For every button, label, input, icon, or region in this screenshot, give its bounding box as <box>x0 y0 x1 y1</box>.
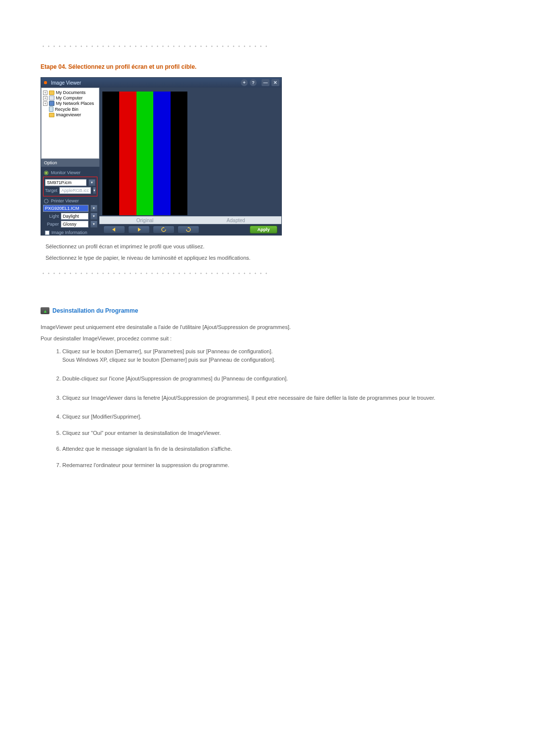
list-item: Cliquez sur [Modifier/Supprimer]. <box>62 413 493 421</box>
tree-item[interactable]: Imageviewer <box>56 112 81 117</box>
paper-select[interactable]: Glossy <box>61 221 89 228</box>
list-item: Redemarrez l'ordinateur pour terminer la… <box>62 461 493 470</box>
original-caption: Original <box>99 216 190 224</box>
step4-note2: Sélectionnez le type de papier, le nivea… <box>45 254 493 262</box>
original-preview <box>102 92 187 215</box>
chevron-down-icon[interactable]: ▾ <box>90 205 97 212</box>
apply-button[interactable]: Apply <box>250 226 277 234</box>
step4-heading: Etape 04. Sélectionnez un profil écran e… <box>41 63 493 70</box>
titlebar-minimize-button[interactable]: — <box>262 79 269 86</box>
list-item: Cliquez sur ImageViewer dans la fenetre … <box>62 394 493 402</box>
printer-viewer-label: Printer Viewer <box>51 198 79 203</box>
step4-note1: Sélectionnez un profil écran et imprimez… <box>45 242 493 251</box>
image-viewer-window: Image Viewer + ? — ✕ +My Documents +My C… <box>41 77 282 236</box>
titlebar-close-button[interactable]: ✕ <box>271 79 279 86</box>
folder-icon <box>49 91 54 95</box>
prev-button[interactable] <box>103 226 125 234</box>
image-info-label: Image Information <box>51 230 88 235</box>
chevron-down-icon[interactable]: ▾ <box>93 187 96 194</box>
network-icon <box>49 101 54 106</box>
rotate-left-button[interactable] <box>153 226 175 234</box>
tree-item[interactable]: My Network Places <box>56 101 94 106</box>
monitor-profile-select[interactable]: SM971P.icm <box>45 179 87 186</box>
target-label: Target <box>45 188 57 193</box>
tree-item[interactable]: Recycle Bin <box>55 107 79 112</box>
titlebar: Image Viewer + ? — ✕ <box>41 78 281 88</box>
divider-dots <box>41 269 270 276</box>
list-item: Cliquez sur "Oui" pour entamer la desins… <box>62 429 493 437</box>
tree-item[interactable]: My Computer <box>56 95 83 100</box>
titlebar-plus-button[interactable]: + <box>241 79 248 86</box>
target-profile-select[interactable]: AppleRGB.icc <box>59 187 91 194</box>
uninstall-intro2: Pour desinstaller ImageViewer, procedez … <box>41 334 493 343</box>
app-title: Image Viewer <box>51 80 81 86</box>
divider-dots <box>41 42 270 48</box>
option-header: Option <box>41 159 99 167</box>
main-preview: Original Adapted Apply <box>99 88 281 235</box>
list-item: Cliquez sur le bouton [Demarrer], sur [P… <box>62 347 493 364</box>
folder-tree[interactable]: +My Documents +My Computer +My Network P… <box>41 88 99 159</box>
chevron-down-icon[interactable]: ▾ <box>89 179 95 186</box>
preview-toolbar: Apply <box>99 224 281 235</box>
section-icon <box>41 307 49 314</box>
rotate-right-button[interactable] <box>178 226 199 234</box>
uninstall-heading-text: Desinstallation du Programme <box>52 307 138 314</box>
paper-label: Paper <box>43 222 59 227</box>
chevron-down-icon[interactable]: ▾ <box>90 213 97 220</box>
step-text: Cliquez sur le bouton [Demarrer], sur [P… <box>62 348 273 354</box>
uninstall-heading: Desinstallation du Programme <box>41 307 493 314</box>
sidebar: +My Documents +My Computer +My Network P… <box>41 88 99 235</box>
image-info-checkbox[interactable] <box>45 231 49 235</box>
next-button[interactable] <box>128 226 150 234</box>
adapted-preview <box>193 92 278 215</box>
folder-icon <box>49 113 54 117</box>
light-label: Light <box>43 214 59 219</box>
recycle-bin-icon <box>49 106 53 112</box>
tree-item[interactable]: My Documents <box>56 90 86 95</box>
uninstall-intro1: ImageViewer peut uniquement etre desinst… <box>41 323 493 331</box>
monitor-viewer-radio[interactable] <box>44 171 48 175</box>
list-item: Double-cliquez sur l'icone [Ajout/Suppre… <box>62 375 493 383</box>
printer-viewer-radio[interactable] <box>44 199 48 203</box>
computer-icon <box>49 95 54 100</box>
uninstall-steps: Cliquez sur le bouton [Demarrer], sur [P… <box>41 347 493 469</box>
printer-profile-select[interactable]: PXG920EL1.ICM <box>43 205 89 212</box>
step-text: Sous Windows XP, cliquez sur le bouton [… <box>62 357 275 363</box>
titlebar-help-button[interactable]: ? <box>250 79 257 86</box>
monitor-profile-highlight: SM971P.icm ▾ Target AppleRGB.icc ▾ <box>43 177 97 196</box>
monitor-viewer-label: Monitor Viewer <box>51 170 81 175</box>
light-select[interactable]: Daylight <box>61 213 89 220</box>
chevron-down-icon[interactable]: ▾ <box>90 221 97 228</box>
adapted-caption: Adapted <box>190 216 281 224</box>
list-item: Attendez que le message signalant la fin… <box>62 445 493 453</box>
app-logo-icon <box>43 80 48 85</box>
